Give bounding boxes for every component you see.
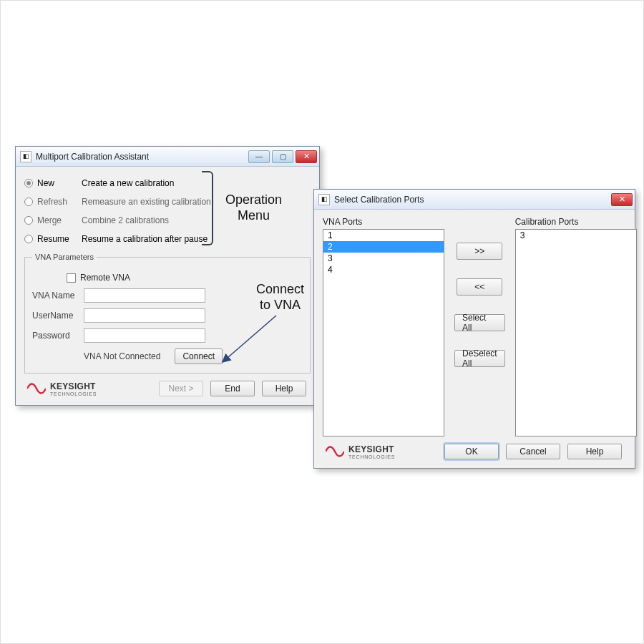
calibration-ports-label: Calibration Ports <box>515 217 637 227</box>
radio-desc: Remeasure an existing calibration <box>82 197 211 207</box>
logo-icon <box>326 445 344 458</box>
list-item[interactable]: 3 <box>323 253 444 264</box>
logo-sub: TECHNOLOGIES <box>50 391 97 396</box>
window-title: Multiport Calibration Assistant <box>36 152 248 162</box>
vna-status-text: VNA Not Connected <box>84 351 160 361</box>
vna-parameters-group: VNA Parameters Remote VNA VNA Name UserN… <box>24 253 311 374</box>
vna-name-field[interactable] <box>84 288 205 303</box>
radio-label: New <box>37 178 82 188</box>
help-button[interactable]: Help <box>262 381 306 396</box>
logo-icon <box>27 382 46 395</box>
radio-icon <box>24 179 33 187</box>
logo-sub: TECHNOLOGIES <box>348 454 395 459</box>
close-button[interactable]: ✕ <box>611 193 633 206</box>
help-button[interactable]: Help <box>567 444 622 459</box>
window-buttons: ✕ <box>611 193 633 206</box>
keysight-logo: KEYSIGHT TECHNOLOGIES <box>326 444 395 459</box>
list-item[interactable]: 4 <box>323 264 444 275</box>
radio-icon <box>24 235 33 243</box>
move-right-button[interactable]: >> <box>457 243 502 260</box>
dialog-body: VNA Ports 1234 >> << Select All DeSelect… <box>314 210 635 468</box>
transfer-buttons: >> << Select All DeSelect All <box>454 243 505 367</box>
select-calibration-ports-dialog: ◧ Select Calibration Ports ✕ VNA Ports 1… <box>313 189 635 469</box>
radio-desc: Combine 2 calibrations <box>82 215 169 225</box>
dialog-footer: KEYSIGHT TECHNOLOGIES OK Cancel Help <box>323 436 626 462</box>
select-all-button[interactable]: Select All <box>454 314 505 331</box>
title-bar: ◧ Multiport Calibration Assistant — ▢ ✕ <box>16 147 319 167</box>
logo-brand: KEYSIGHT <box>50 381 97 391</box>
vna-ports-label: VNA Ports <box>323 217 444 227</box>
radio-resume[interactable]: Resume Resume a calibration after pause <box>24 230 311 248</box>
app-icon: ◧ <box>20 151 31 162</box>
remote-vna-checkbox[interactable] <box>67 273 76 283</box>
radio-label: Merge <box>37 215 82 225</box>
ports-columns: VNA Ports 1234 >> << Select All DeSelect… <box>323 217 626 436</box>
radio-new[interactable]: New Create a new calibration <box>24 174 311 192</box>
vna-ports-column: VNA Ports 1234 <box>323 217 444 436</box>
list-item[interactable]: 1 <box>323 230 444 241</box>
window-buttons: — ▢ ✕ <box>248 150 317 163</box>
window-title: Select Calibration Ports <box>334 195 611 205</box>
multiport-calibration-dialog: ◧ Multiport Calibration Assistant — ▢ ✕ … <box>15 146 320 406</box>
radio-label: Resume <box>37 234 82 244</box>
calibration-ports-column: Calibration Ports 3 <box>515 217 637 436</box>
maximize-button[interactable]: ▢ <box>272 150 293 163</box>
password-field[interactable] <box>84 328 205 343</box>
vna-ports-list[interactable]: 1234 <box>323 229 444 436</box>
radio-icon <box>24 216 33 225</box>
vna-name-label: VNA Name <box>32 291 84 301</box>
keysight-logo: KEYSIGHT TECHNOLOGIES <box>27 381 97 396</box>
title-bar: ◧ Select Calibration Ports ✕ <box>314 190 635 210</box>
radio-desc: Resume a calibration after pause <box>82 234 208 244</box>
logo-brand: KEYSIGHT <box>348 444 395 454</box>
group-title: VNA Parameters <box>32 253 97 261</box>
username-field[interactable] <box>84 308 205 323</box>
connect-to-vna-callout: Connect to VNA <box>256 281 304 313</box>
ok-button[interactable]: OK <box>444 444 499 459</box>
password-label: Password <box>32 331 84 341</box>
username-label: UserName <box>32 311 84 321</box>
minimize-button[interactable]: — <box>248 150 270 163</box>
list-item[interactable]: 2 <box>323 241 444 253</box>
move-left-button[interactable]: << <box>457 278 502 296</box>
radio-label: Refresh <box>37 197 82 207</box>
radio-icon <box>24 197 33 206</box>
deselect-all-button[interactable]: DeSelect All <box>454 350 505 367</box>
close-button[interactable]: ✕ <box>296 150 317 163</box>
vna-status-row: VNA Not Connected Connect <box>84 348 303 364</box>
radio-desc: Create a new calibration <box>82 178 174 188</box>
list-item[interactable]: 3 <box>516 230 636 241</box>
bracket-decoration <box>202 171 213 245</box>
calibration-ports-list[interactable]: 3 <box>515 229 637 436</box>
remote-vna-label: Remote VNA <box>80 273 130 283</box>
dialog-footer: KEYSIGHT TECHNOLOGIES Next > End Help <box>24 374 311 399</box>
next-button[interactable]: Next > <box>159 381 203 396</box>
connect-button[interactable]: Connect <box>175 348 223 364</box>
end-button[interactable]: End <box>210 381 255 396</box>
app-icon: ◧ <box>318 194 330 205</box>
cancel-button[interactable]: Cancel <box>506 444 560 459</box>
operation-menu-callout: Operation Menu <box>225 192 282 223</box>
password-row: Password <box>32 328 303 343</box>
